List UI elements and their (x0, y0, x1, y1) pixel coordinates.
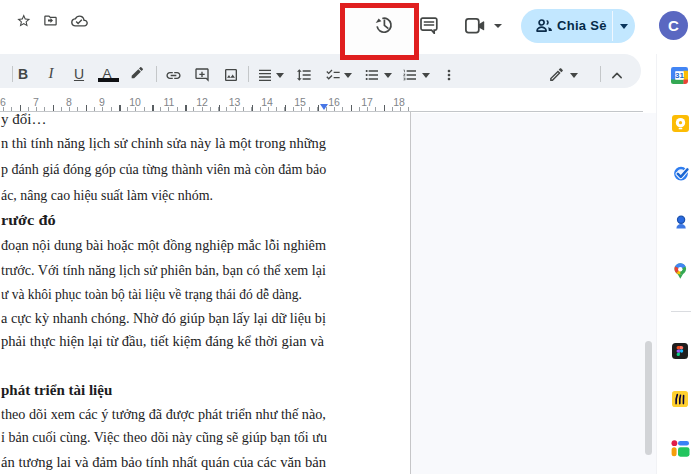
svg-text:31: 31 (675, 71, 684, 80)
